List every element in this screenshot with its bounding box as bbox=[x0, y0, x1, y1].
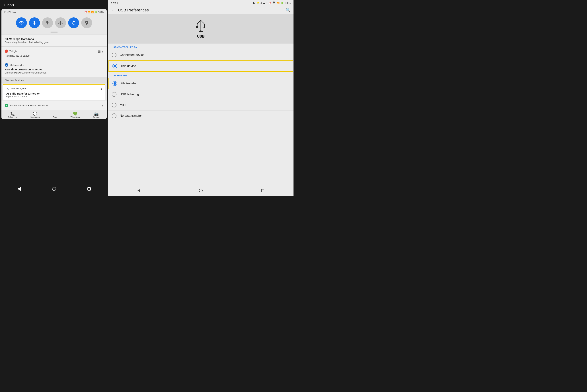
right-panel: 12:11 🖼 💡 4 ☁ • ⏰ 📶 🔋 100% ← USB Prefe bbox=[108, 0, 293, 196]
connected-device-radio[interactable] bbox=[112, 53, 116, 57]
svg-point-7 bbox=[203, 26, 205, 28]
usb-bulb-icon: 💡 bbox=[256, 2, 259, 4]
usb-cloud-icon: ☁ bbox=[263, 2, 265, 4]
malwarebytes-body: Crushes Malware. Restores Confidence. bbox=[5, 71, 103, 74]
film-notification[interactable]: FILM: Diego Maradona Celebrating the tal… bbox=[1, 34, 107, 46]
shade-status-icons: ⏰ 📶 📶 🔋 100% bbox=[84, 11, 104, 14]
usb-time: 12:11 bbox=[111, 2, 118, 4]
recent-button[interactable] bbox=[85, 185, 93, 192]
malwarebytes-icon: M bbox=[5, 63, 8, 67]
twilight-stack-icon: ⊞ bbox=[98, 50, 101, 54]
silent-header: Silent notifications bbox=[1, 77, 107, 84]
wifi-status-icon: 📶 bbox=[88, 11, 90, 14]
this-device-option[interactable]: This device bbox=[108, 60, 293, 72]
right-back-button[interactable] bbox=[135, 187, 143, 194]
usb-status-bar: 12:11 🖼 💡 4 ☁ • ⏰ 📶 🔋 100% bbox=[108, 0, 293, 6]
midi-radio[interactable] bbox=[112, 103, 116, 108]
film-title: FILM: Diego Maradona bbox=[5, 38, 103, 40]
quick-toggles bbox=[1, 15, 107, 31]
usb-notification-icon: ⌥ bbox=[6, 87, 9, 90]
malwarebytes-notification[interactable]: M Malwarebytes Real time protection is a… bbox=[1, 60, 107, 77]
usb-signal-bars-icon: 4 bbox=[260, 2, 262, 4]
file-transfer-label: File transfer bbox=[120, 82, 137, 85]
top-time: 11:58 bbox=[1, 3, 107, 9]
signal-icon: 📶 bbox=[91, 11, 94, 14]
malwarebytes-title: Real time protection is active. bbox=[5, 68, 103, 71]
wifi-toggle[interactable] bbox=[16, 18, 27, 28]
airplane-toggle[interactable] bbox=[55, 18, 66, 28]
usb-toolbar: ← USB Preferences 🔍 bbox=[108, 6, 293, 14]
home-button[interactable] bbox=[50, 185, 58, 192]
back-button[interactable] bbox=[15, 185, 23, 192]
connected-device-option[interactable]: Connected device bbox=[108, 50, 293, 60]
app-apps[interactable]: ⊞ Apps bbox=[53, 112, 57, 118]
malwarebytes-app-name: Malwarebytes bbox=[10, 64, 24, 66]
no-data-label: No data transfer bbox=[120, 114, 142, 118]
smart-connect-icon: S bbox=[5, 104, 8, 107]
this-device-radio[interactable] bbox=[112, 64, 117, 68]
app-messages[interactable]: 💬 Messages bbox=[30, 112, 39, 118]
shade-status-bar: Fri, 27 Nov ⏰ 📶 📶 🔋 100% bbox=[1, 9, 107, 15]
this-device-radio-fill bbox=[113, 65, 116, 67]
usb-status-icons: 🖼 💡 4 ☁ • ⏰ 📶 🔋 100% bbox=[253, 2, 291, 4]
spacer bbox=[108, 121, 293, 184]
android-system-body: Tap for more options. bbox=[6, 95, 102, 98]
app-camera[interactable]: 📷 Camera bbox=[93, 112, 100, 118]
app-whatsapp[interactable]: 💚 WhatsApp bbox=[70, 112, 80, 118]
file-transfer-radio-fill bbox=[113, 82, 116, 85]
smart-connect-chevron-icon[interactable]: ▾ bbox=[102, 104, 103, 108]
right-home-button[interactable] bbox=[197, 187, 204, 194]
right-bottom-nav bbox=[108, 184, 293, 196]
location-toggle[interactable] bbox=[81, 18, 92, 28]
file-transfer-option[interactable]: File transfer bbox=[108, 78, 293, 89]
alarm-icon: ⏰ bbox=[84, 11, 87, 14]
usb-controlled-by-header: USB CONTROLLED BY bbox=[108, 44, 293, 50]
use-usb-for-header: USE USB FOR bbox=[108, 72, 293, 78]
android-system-title: USB file transfer turned on bbox=[6, 92, 102, 95]
file-transfer-radio[interactable] bbox=[112, 81, 117, 86]
android-system-chevron-icon[interactable]: ▴ bbox=[101, 87, 102, 91]
twilight-app-name: Twilight bbox=[9, 50, 17, 53]
shade-date: Fri, 27 Nov bbox=[4, 11, 16, 14]
twilight-notification[interactable]: Twilight ⊞ ▾ Running, tap to pause bbox=[1, 46, 107, 60]
usb-tethering-radio[interactable] bbox=[112, 92, 116, 97]
usb-label-text: USB bbox=[197, 34, 205, 38]
bottom-app-bar: 📞 Telephone 💬 Messages ⊞ Apps 💚 WhatsApp… bbox=[1, 110, 107, 119]
usb-page-title: USB Preferences bbox=[118, 8, 283, 12]
usb-photo-icon: 🖼 bbox=[253, 2, 255, 4]
this-device-label: This device bbox=[120, 64, 136, 68]
usb-alarm-icon: ⏰ bbox=[268, 2, 271, 4]
right-recent-button[interactable] bbox=[259, 187, 266, 194]
usb-tethering-option[interactable]: USB tethering bbox=[108, 89, 293, 100]
svg-line-3 bbox=[201, 20, 204, 24]
sync-toggle[interactable] bbox=[68, 18, 79, 28]
svg-line-2 bbox=[197, 20, 201, 24]
app-telephone[interactable]: 📞 Telephone bbox=[8, 112, 17, 118]
usb-battery-pct: 100% bbox=[285, 2, 291, 4]
twilight-body: Running, tap to pause bbox=[5, 54, 103, 57]
battery-percent: 100% bbox=[98, 11, 104, 14]
smart-connect-text: Smart Connect™ • Smart Connect™ bbox=[9, 104, 48, 107]
no-data-transfer-option[interactable]: No data transfer bbox=[108, 110, 293, 121]
usb-icon-section: USB bbox=[108, 14, 293, 44]
bluetooth-toggle[interactable] bbox=[29, 18, 40, 28]
midi-label: MIDI bbox=[120, 103, 126, 107]
android-system-app-name: Android System bbox=[10, 87, 27, 90]
smart-connect-notification[interactable]: S Smart Connect™ • Smart Connect™ ▾ bbox=[1, 101, 107, 110]
usb-signal-icon: 📶 bbox=[277, 2, 280, 4]
android-system-notification[interactable]: ⌥ Android System ▴ USB file transfer tur… bbox=[3, 84, 105, 100]
left-bottom-nav bbox=[1, 183, 107, 193]
usb-wifi-icon bbox=[272, 2, 276, 4]
left-panel: 11:58 Fri, 27 Nov ⏰ 📶 📶 🔋 100% bbox=[0, 0, 108, 196]
usb-back-button[interactable]: ← bbox=[111, 8, 115, 12]
flashlight-toggle[interactable] bbox=[42, 18, 53, 28]
twilight-chevron-icon[interactable]: ▾ bbox=[102, 50, 103, 54]
usb-symbol-icon bbox=[195, 20, 206, 33]
twilight-icon bbox=[5, 50, 8, 53]
svg-point-0 bbox=[274, 4, 274, 4]
usb-dot-icon: • bbox=[266, 2, 267, 4]
no-data-radio[interactable] bbox=[112, 114, 116, 118]
usb-search-button[interactable]: 🔍 bbox=[286, 8, 291, 12]
midi-option[interactable]: MIDI bbox=[108, 100, 293, 110]
battery-status-icon: 🔋 bbox=[95, 11, 97, 14]
